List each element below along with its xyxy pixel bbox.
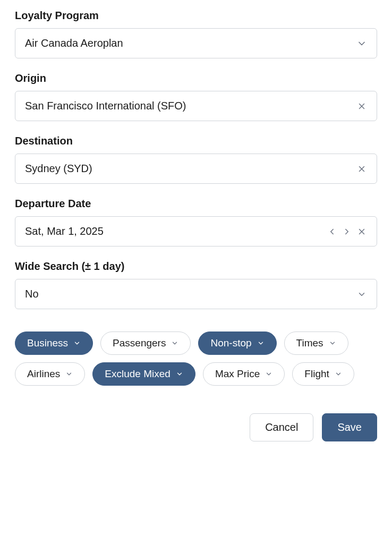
passengers-chip-label: Passengers: [113, 337, 166, 349]
destination-clear-icon[interactable]: [356, 164, 367, 174]
origin-value: San Francisco International (SFO): [25, 100, 356, 112]
departure-next-icon[interactable]: [342, 226, 352, 237]
chevron-down-icon: [356, 289, 367, 300]
departure-date-field: Departure Date Sat, Mar 1, 2025: [15, 198, 377, 246]
flight-chip-label: Flight: [304, 368, 329, 380]
max-price-chip-label: Max Price: [215, 368, 260, 380]
loyalty-program-label: Loyalty Program: [15, 10, 377, 22]
departure-prev-icon[interactable]: [327, 226, 337, 237]
chevron-down-icon: [176, 370, 183, 378]
max-price-chip[interactable]: Max Price: [203, 362, 285, 386]
nonstop-chip[interactable]: Non-stop: [198, 332, 276, 355]
chevron-down-icon: [257, 339, 265, 347]
loyalty-program-select[interactable]: Air Canada Aeroplan: [15, 28, 377, 58]
exclude-mixed-chip-label: Exclude Mixed: [105, 368, 171, 380]
chevron-down-icon: [265, 370, 272, 378]
origin-label: Origin: [15, 72, 377, 84]
nonstop-chip-label: Non-stop: [210, 337, 251, 349]
cancel-button[interactable]: Cancel: [250, 413, 313, 441]
destination-label: Destination: [15, 135, 377, 147]
save-button[interactable]: Save: [322, 413, 377, 441]
destination-field: Destination Sydney (SYD): [15, 135, 377, 184]
chevron-down-icon: [356, 38, 367, 49]
business-chip[interactable]: Business: [15, 332, 93, 355]
chevron-down-icon: [171, 339, 178, 347]
times-chip[interactable]: Times: [284, 332, 348, 355]
departure-date-input[interactable]: Sat, Mar 1, 2025: [15, 216, 377, 246]
loyalty-program-field: Loyalty Program Air Canada Aeroplan: [15, 10, 377, 58]
chevron-down-icon: [73, 339, 81, 347]
loyalty-program-value: Air Canada Aeroplan: [25, 37, 356, 49]
departure-clear-icon[interactable]: [356, 226, 367, 237]
passengers-chip[interactable]: Passengers: [100, 332, 191, 355]
business-chip-label: Business: [27, 337, 68, 349]
destination-input[interactable]: Sydney (SYD): [15, 154, 377, 184]
flight-chip[interactable]: Flight: [292, 362, 354, 386]
origin-input[interactable]: San Francisco International (SFO): [15, 91, 377, 121]
wide-search-value: No: [25, 288, 356, 300]
wide-search-select[interactable]: No: [15, 279, 377, 309]
chevron-down-icon: [329, 339, 336, 347]
exclude-mixed-chip[interactable]: Exclude Mixed: [92, 362, 195, 386]
times-chip-label: Times: [296, 337, 323, 349]
airlines-chip-label: Airlines: [27, 368, 60, 380]
wide-search-label: Wide Search (± 1 day): [15, 260, 377, 273]
chevron-down-icon: [335, 370, 342, 378]
destination-value: Sydney (SYD): [25, 163, 356, 175]
wide-search-field: Wide Search (± 1 day) No: [15, 260, 377, 309]
button-row: Cancel Save: [15, 413, 377, 441]
chevron-down-icon: [65, 370, 73, 378]
origin-clear-icon[interactable]: [356, 101, 367, 112]
departure-date-controls: [327, 226, 367, 237]
origin-field: Origin San Francisco International (SFO): [15, 72, 377, 121]
departure-date-label: Departure Date: [15, 198, 377, 210]
departure-date-value: Sat, Mar 1, 2025: [25, 225, 327, 237]
filter-chip-row: Business Passengers Non-stop Times Airli…: [15, 332, 377, 386]
airlines-chip[interactable]: Airlines: [15, 362, 85, 386]
